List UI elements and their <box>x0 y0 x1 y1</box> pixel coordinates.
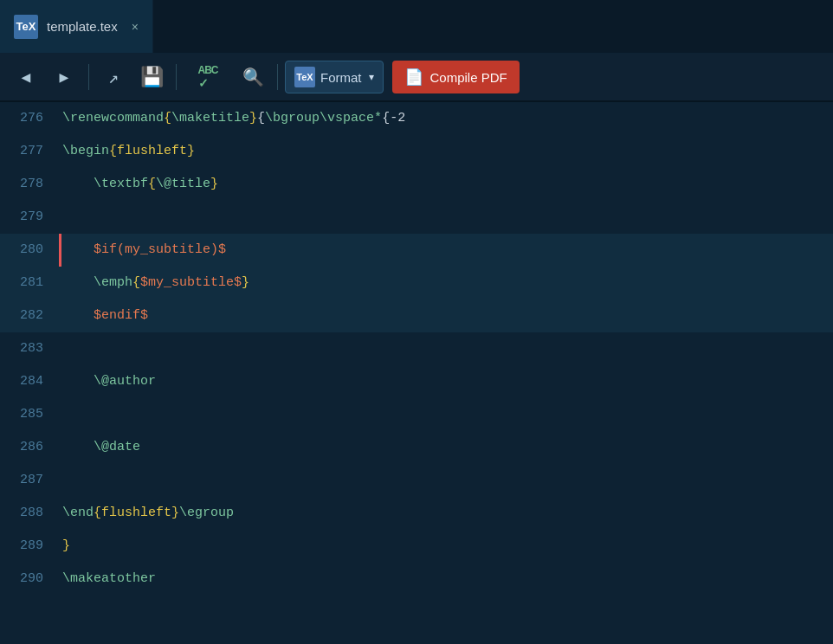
search-button[interactable]: 🔍 <box>236 61 270 93</box>
line-number: 290 <box>0 563 59 596</box>
line-content: \textbf{\@title} <box>59 168 833 201</box>
code-line: 290\makeatother <box>0 563 833 596</box>
separator-3 <box>277 64 278 90</box>
code-line: 278 \textbf{\@title} <box>0 168 833 201</box>
format-label: Format <box>320 70 362 85</box>
code-line: 288\end{flushleft}\egroup <box>0 497 833 530</box>
code-line: 279 <box>0 201 833 234</box>
toolbar: ◀ ▶ ↗ 💾 ABC✓ 🔍 TeX Format ▾ 📄 Compile PD… <box>0 54 833 102</box>
separator-1 <box>88 64 89 90</box>
code-line: 277\begin{flushleft} <box>0 135 833 168</box>
line-number: 281 <box>0 267 59 299</box>
tab-filename: template.tex <box>47 19 118 34</box>
line-content: } <box>59 530 833 563</box>
line-number: 277 <box>0 135 59 168</box>
tab-close-button[interactable]: × <box>132 20 139 34</box>
search-icon: 🔍 <box>242 67 264 88</box>
line-number: 288 <box>0 497 59 530</box>
forward-button[interactable]: ▶ <box>47 61 81 93</box>
forward-icon: ▶ <box>60 68 69 87</box>
line-content: \end{flushleft}\egroup <box>59 497 833 530</box>
line-content: \begin{flushleft} <box>59 135 833 168</box>
line-content: \@date <box>59 431 833 464</box>
code-line: 287 <box>0 464 833 497</box>
line-content <box>59 201 833 234</box>
tab-template-tex[interactable]: TeX template.tex × <box>0 0 153 53</box>
code-line: 285 <box>0 398 833 431</box>
code-line: 284 \@author <box>0 365 833 398</box>
export-icon: ↗ <box>108 67 119 88</box>
line-content: $endif$ <box>59 299 833 332</box>
export-button[interactable]: ↗ <box>96 61 131 93</box>
back-button[interactable]: ◀ <box>9 61 43 93</box>
format-dropdown-icon: ▾ <box>369 71 374 83</box>
code-editor[interactable]: 276\renewcommand{\maketitle}{\bgroup\vsp… <box>0 102 833 644</box>
line-number: 276 <box>0 102 59 135</box>
line-content: \@author <box>59 365 833 398</box>
code-line: 282 $endif$ <box>0 299 833 332</box>
back-icon: ◀ <box>22 68 31 87</box>
separator-2 <box>176 64 177 90</box>
line-number: 289 <box>0 530 59 563</box>
line-number: 284 <box>0 365 59 398</box>
line-number: 283 <box>0 332 59 365</box>
line-content: \emph{$my_subtitle$} <box>59 267 833 299</box>
cursor-marker <box>59 234 61 267</box>
code-line: 280 $if(my_subtitle)$ <box>0 234 833 267</box>
line-number: 286 <box>0 431 59 464</box>
code-line: 281 \emph{$my_subtitle$} <box>0 267 833 299</box>
code-line: 289} <box>0 530 833 563</box>
code-line: 286 \@date <box>0 431 833 464</box>
line-content <box>59 398 833 431</box>
compile-label: Compile PDF <box>430 70 507 85</box>
code-line: 283 <box>0 332 833 365</box>
code-line: 276\renewcommand{\maketitle}{\bgroup\vsp… <box>0 102 833 135</box>
line-number: 279 <box>0 201 59 234</box>
spellcheck-button[interactable]: ABC✓ <box>184 61 232 93</box>
compile-icon: 📄 <box>404 68 423 87</box>
line-number: 285 <box>0 398 59 431</box>
line-number: 282 <box>0 299 59 332</box>
save-button[interactable]: 💾 <box>134 61 169 93</box>
tex-icon: TeX <box>14 15 38 39</box>
compile-pdf-button[interactable]: 📄 Compile PDF <box>392 61 520 93</box>
line-content <box>59 332 833 365</box>
save-icon: 💾 <box>140 66 164 89</box>
line-number: 280 <box>0 234 59 267</box>
spellcheck-icon: ABC✓ <box>198 64 218 90</box>
line-number: 278 <box>0 168 59 201</box>
tab-bar: TeX template.tex × <box>0 0 833 54</box>
line-content: $if(my_subtitle)$ <box>59 234 833 267</box>
format-tex-icon: TeX <box>294 67 315 87</box>
line-number: 287 <box>0 464 59 497</box>
line-content: \makeatother <box>59 563 833 596</box>
line-content: \renewcommand{\maketitle}{\bgroup\vspace… <box>59 102 833 135</box>
format-button[interactable]: TeX Format ▾ <box>285 61 384 93</box>
line-content <box>59 464 833 497</box>
